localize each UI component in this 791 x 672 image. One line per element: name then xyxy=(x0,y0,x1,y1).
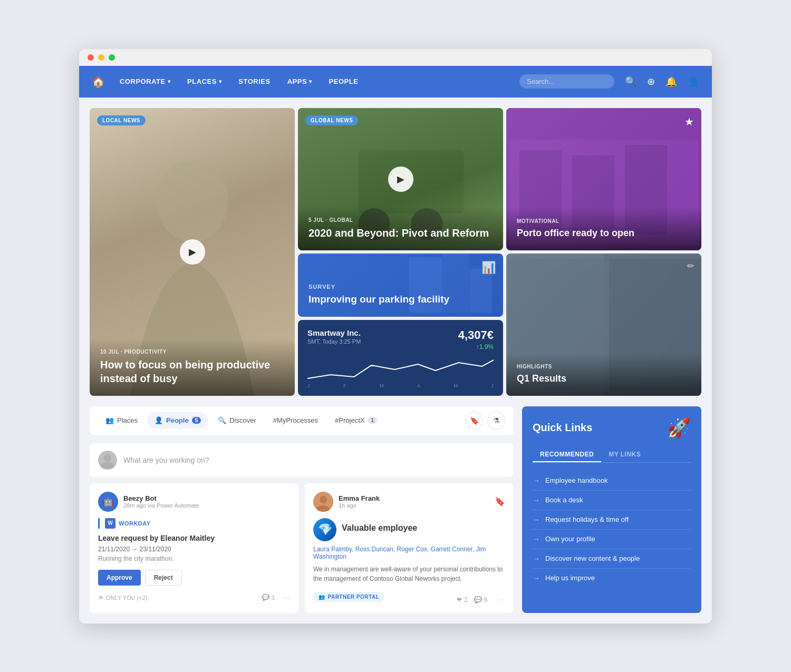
global-news-badge: GLOBAL NEWS xyxy=(305,115,358,125)
people-badge: 5 xyxy=(192,417,201,424)
card-global-title: 2020 and Beyond: Pivot and Reform xyxy=(308,226,493,240)
approve-button[interactable]: Approve xyxy=(98,570,141,586)
search-icon[interactable]: 🔍 xyxy=(625,76,636,87)
post-bot-author-info: Beezy Bot 28m ago via Power Automate xyxy=(123,494,199,509)
arrow-icon: → xyxy=(533,515,540,524)
main-content: LOCAL NEWS ▶ 10 JUL · PRODUCTIVITY How t… xyxy=(79,98,712,624)
play-button[interactable]: ▶ xyxy=(180,239,205,265)
add-icon[interactable]: ⊕ xyxy=(647,76,655,87)
workday-icon: W xyxy=(105,518,115,529)
filter-button[interactable]: ⚗ xyxy=(487,412,505,430)
nav-item-places[interactable]: PLACES ▾ xyxy=(181,73,228,90)
stock-month-f: F xyxy=(343,383,346,388)
ql-link-desk[interactable]: → Book a desk xyxy=(533,491,691,510)
card-highlights[interactable]: ✏ HIGHLIGHTS Q1 Results xyxy=(506,254,701,396)
chevron-down-icon: ▾ xyxy=(168,79,171,84)
post-bot: 🤖 Beezy Bot 28m ago via Power Automate W… xyxy=(90,483,298,613)
stock-month-a: A xyxy=(417,383,420,388)
stock-chart xyxy=(307,355,494,381)
browser-dot-green[interactable] xyxy=(109,54,115,61)
ql-tab-recommended[interactable]: RECOMMENDED xyxy=(533,447,601,462)
feed-main: 👥 Places 👤 People 5 🔍 Discover #MyProces… xyxy=(90,406,514,613)
like-reaction[interactable]: ❤ 2 xyxy=(457,596,468,603)
quick-links-sidebar: Quick Links 🚀 RECOMMENDED MY LINKS → Emp… xyxy=(522,406,701,613)
ql-tabs: RECOMMENDED MY LINKS xyxy=(533,447,691,463)
notification-icon[interactable]: 🔔 xyxy=(665,76,677,87)
svg-point-20 xyxy=(320,496,327,503)
compose-box: What are you working on? xyxy=(90,443,514,477)
stock-info: Smartway Inc. SMT, Today 3:25 PM 4,307€ … xyxy=(307,328,494,350)
card-local-news[interactable]: LOCAL NEWS ▶ 10 JUL · PRODUCTIVITY How t… xyxy=(90,108,295,396)
card-highlights-overlay: HIGHLIGHTS Q1 Results xyxy=(506,353,701,395)
ql-link-handbook[interactable]: → Employee handbook xyxy=(533,471,691,491)
post-emma-save-icon[interactable]: 🔖 xyxy=(495,496,505,507)
post-emma-reactions: ❤ 2 💬 6 ··· xyxy=(457,595,505,605)
nav-home-icon[interactable]: 🏠 xyxy=(92,75,105,88)
post-emma-time: 1h ago xyxy=(339,502,380,509)
browser-dot-yellow[interactable] xyxy=(98,54,104,61)
ql-tab-mylinks[interactable]: MY LINKS xyxy=(601,447,648,462)
bookmark-button[interactable]: 🔖 xyxy=(465,412,483,430)
stock-change: ↑1.9% xyxy=(458,343,494,350)
browser-dot-red[interactable] xyxy=(88,54,94,61)
reject-button[interactable]: Reject xyxy=(145,570,182,586)
card-local-meta: 10 JUL · PRODUCTIVITY xyxy=(100,349,284,355)
nav-item-corporate[interactable]: CORPORATE ▾ xyxy=(113,73,177,90)
nav-item-people[interactable]: PEOPLE xyxy=(323,73,365,90)
card-motivational[interactable]: ★ MOTIVATIONAL Porto office ready to ope… xyxy=(506,108,701,250)
card-survey[interactable]: 📊 SURVEY Improving our parking facility xyxy=(298,254,503,317)
compose-avatar xyxy=(98,451,117,470)
tab-projectx[interactable]: #ProjectX 1 xyxy=(327,412,384,428)
search-input[interactable] xyxy=(519,74,614,89)
comment-icon: 💬 xyxy=(262,594,269,601)
hero-grid: LOCAL NEWS ▶ 10 JUL · PRODUCTIVITY How t… xyxy=(90,108,701,396)
survey-label: SURVEY xyxy=(308,284,493,290)
play-button-global[interactable]: ▶ xyxy=(388,167,413,192)
post-bot-comments[interactable]: 💬 3 xyxy=(262,594,275,601)
emma-avatar xyxy=(313,492,333,512)
quick-links-card: Quick Links 🚀 RECOMMENDED MY LINKS → Emp… xyxy=(522,406,701,613)
post-visibility: 👁 ONLY YOU (+2) xyxy=(98,595,148,601)
ql-title: Quick Links xyxy=(533,422,592,434)
card-local-title: How to focus on being productive instead… xyxy=(100,358,284,385)
card-global-meta: 5 JUL · GLOBAL xyxy=(308,217,493,223)
post-emma-author-info: Emma Frank 1h ago xyxy=(339,494,380,509)
post-emma-mentions[interactable]: Laura Palmby, Ross Duncan, Roger Cox, Ga… xyxy=(313,546,505,560)
ql-link-improve[interactable]: → Help us improve xyxy=(533,569,691,588)
stock-name: Smartway Inc. xyxy=(307,328,361,337)
more-options-button[interactable]: ··· xyxy=(283,593,290,602)
user-icon[interactable]: 👤 xyxy=(688,76,699,87)
svg-point-0 xyxy=(156,160,228,242)
like-icon: ❤ xyxy=(457,596,462,603)
chevron-down-icon: ▾ xyxy=(219,79,222,84)
partner-portal-badge[interactable]: 👥 PARTNER PORTAL xyxy=(313,592,384,602)
ql-header: Quick Links 🚀 xyxy=(533,417,691,439)
chevron-down-icon: ▾ xyxy=(309,79,312,84)
arrow-icon: → xyxy=(533,574,540,582)
ql-link-discover[interactable]: → Discover new content & people xyxy=(533,549,691,569)
card-global-news[interactable]: GLOBAL NEWS ▶ 5 JUL · GLOBAL 2020 and Be… xyxy=(298,108,503,250)
partner-icon: 👥 xyxy=(319,594,325,600)
tab-discover[interactable]: 🔍 Discover xyxy=(210,412,264,428)
post-bot-title: Leave request by Eleanor Maitley xyxy=(98,534,290,542)
compose-input[interactable]: What are you working on? xyxy=(123,456,505,464)
nav-item-apps[interactable]: APPS ▾ xyxy=(281,73,319,90)
ql-link-profile[interactable]: → Own your profile xyxy=(533,530,691,549)
svg-point-18 xyxy=(104,454,111,462)
eye-icon: 👁 xyxy=(98,595,104,601)
comment-icon-emma: 💬 xyxy=(474,596,482,603)
nav-item-stories[interactable]: STORIES xyxy=(232,73,276,90)
post-bot-date: 21/11/2020 → 23/11/2020 xyxy=(98,546,290,553)
tab-myprocesses[interactable]: #MyProcesses xyxy=(266,412,325,428)
card-motivational-title: Porto office ready to open xyxy=(517,227,691,239)
tab-places[interactable]: 👥 Places xyxy=(98,412,145,428)
stock-month-j2: J xyxy=(491,383,494,388)
ql-link-holidays[interactable]: → Request holidays & time off xyxy=(533,510,691,530)
stock-month-m: M xyxy=(380,383,384,388)
more-options-emma[interactable]: ··· xyxy=(498,595,505,605)
comment-reaction[interactable]: 💬 6 xyxy=(474,596,488,603)
card-highlights-title: Q1 Results xyxy=(517,373,691,385)
card-stock[interactable]: Smartway Inc. SMT, Today 3:25 PM 4,307€ … xyxy=(298,320,503,396)
tab-people[interactable]: 👤 People 5 xyxy=(147,412,208,428)
post-bot-time: 28m ago via Power Automate xyxy=(123,502,199,509)
